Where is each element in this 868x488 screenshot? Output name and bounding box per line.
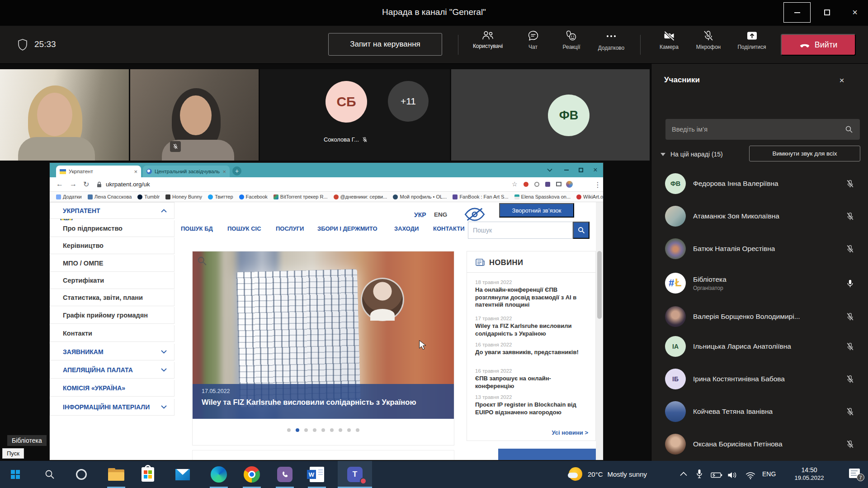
panel-close-button[interactable]: ×	[835, 74, 849, 87]
tab-more[interactable]: Додатково	[590, 30, 632, 51]
weather-widget[interactable]: 20°C Mostly sunny	[568, 466, 647, 482]
tab-close-icon[interactable]: ×	[222, 168, 226, 175]
site-search-input[interactable]	[468, 222, 573, 239]
dot[interactable]	[304, 428, 308, 432]
back-button[interactable]: ←	[56, 180, 63, 188]
news-link[interactable]: Wiley та FIZ Karlsruhe висловили солідар…	[475, 322, 589, 337]
menu-statistics[interactable]: Статистика, звіти, плани	[50, 289, 175, 306]
tray-battery-icon[interactable]	[711, 472, 722, 479]
site-search-button[interactable]	[573, 222, 590, 239]
mail-button[interactable]	[173, 464, 193, 484]
extensions-puzzle-icon[interactable]	[545, 182, 550, 187]
mic-off-icon[interactable]	[845, 342, 855, 351]
participant-search-input[interactable]	[665, 119, 860, 140]
bookmark[interactable]: Мой профиль • OL...	[393, 194, 447, 199]
mute-all-button[interactable]: Вимкнути звук для всіх	[749, 146, 860, 161]
close-button[interactable]: ×	[841, 2, 868, 23]
news-link[interactable]: Проєкт IP register in Blockchain від EUI…	[475, 401, 589, 416]
browser-scrollbar[interactable]	[596, 202, 603, 460]
nav-services[interactable]: ПОСЛУГИ	[276, 225, 304, 232]
browser-menu-icon[interactable]: ⋮	[594, 180, 601, 189]
scrollbar-thumb[interactable]	[597, 251, 602, 319]
tray-volume-icon[interactable]	[727, 471, 738, 479]
menu-appeal-board[interactable]: АПЕЛЯЦІЙНА ПАЛАТА	[50, 362, 175, 379]
dot[interactable]	[313, 428, 316, 432]
dot[interactable]	[356, 428, 359, 432]
menu-applicants[interactable]: ЗАЯВНИКАМ	[50, 344, 175, 360]
menu-info-materials[interactable]: ІНФОРМАЦІЙНІ МАТЕРІАЛИ	[50, 399, 175, 416]
file-explorer-button[interactable]	[106, 464, 126, 484]
dot[interactable]	[339, 428, 342, 432]
video-tile-overflow[interactable]: СБ Соколова Г... +11	[260, 69, 450, 161]
action-center-button[interactable]: 7	[849, 469, 861, 479]
mic-off-icon[interactable]	[845, 312, 855, 322]
bookmark[interactable]: Honey Bunny	[165, 194, 202, 199]
camera-button[interactable]: Камера	[648, 30, 690, 50]
feedback-button[interactable]: Зворотний зв’язок	[499, 203, 574, 218]
bookmark[interactable]: BitTorrent трекер R...	[274, 194, 328, 199]
viber-button[interactable]	[275, 464, 295, 484]
browser-close-button[interactable]: ×	[590, 166, 601, 174]
participant-row[interactable]: ФВ Федорова Інна Валеріївна	[659, 169, 863, 198]
participant-row[interactable]: ІА Ільницька Лариса Анатоліївна	[659, 332, 863, 361]
taskbar-clock[interactable]: 14:50 19.05.2022	[788, 466, 831, 482]
menu-commission[interactable]: КОМІСІЯ «УКРАЇНА»	[50, 380, 175, 397]
browser-maximize-button[interactable]	[575, 166, 587, 174]
tab-users[interactable]: Користувачі	[467, 30, 509, 49]
tray-wifi-icon[interactable]	[745, 472, 756, 479]
dot[interactable]	[287, 428, 291, 432]
chrome-button[interactable]	[242, 464, 262, 484]
bookmark[interactable]: Facebook	[239, 194, 268, 199]
participant-row[interactable]: Валерія Борщенко Володимирі...	[659, 302, 863, 331]
profile-avatar[interactable]	[566, 181, 573, 188]
news-link[interactable]: ЄПВ запрошує на онлайн-конференцію	[475, 375, 589, 390]
participant-row[interactable]: Атаманюк Зоя Миколаївна	[659, 202, 863, 231]
leave-button[interactable]: Вийти	[781, 34, 856, 56]
search-icon[interactable]	[845, 125, 853, 133]
browser-tab-2[interactable]: Центральний засвідчувальний ×	[143, 166, 230, 177]
lang-uk[interactable]: УКР	[414, 211, 426, 218]
nav-search-sis[interactable]: ПОШУК СІС	[227, 225, 261, 232]
browser-minimize-button[interactable]	[561, 166, 572, 174]
extension-icon[interactable]	[524, 182, 528, 187]
mic-off-icon[interactable]	[845, 407, 855, 417]
dot[interactable]	[321, 428, 325, 432]
bookmark[interactable]: Tumblr	[137, 194, 160, 199]
forward-button[interactable]: →	[70, 180, 77, 188]
word-button[interactable]: W	[307, 464, 327, 484]
news-link[interactable]: На онлайн-конференції ЄПВ розглянули дос…	[475, 286, 589, 309]
tray-mic-icon[interactable]	[696, 469, 703, 479]
menu-about[interactable]: Про підприємство	[50, 220, 175, 237]
menu-management[interactable]: Керівництво	[50, 237, 175, 254]
section-collapse-icon[interactable]	[660, 153, 665, 156]
reload-button[interactable]: ↻	[83, 180, 89, 189]
request-control-button[interactable]: Запит на керування	[328, 33, 442, 56]
tab-reactions[interactable]: Реакції	[551, 30, 592, 50]
menu-ukrpatent[interactable]: УКРПАТЕНТ	[50, 202, 175, 219]
video-tile-2[interactable]	[130, 69, 259, 161]
menu-certificates[interactable]: Сертифікати	[50, 272, 175, 289]
tray-chevron-icon[interactable]	[680, 472, 687, 476]
new-tab-button[interactable]: +	[232, 166, 241, 175]
language-indicator[interactable]: ENG	[762, 470, 776, 478]
mic-off-icon[interactable]	[845, 440, 855, 449]
lang-en[interactable]: ENG	[434, 211, 447, 218]
sidebar-icon[interactable]	[556, 182, 561, 186]
mic-on-icon[interactable]	[845, 279, 855, 288]
dot[interactable]	[330, 428, 334, 432]
taskbar-search-button[interactable]	[40, 464, 60, 484]
microphone-button[interactable]: Мікрофон	[688, 30, 729, 50]
bookmark-star-icon[interactable]: ☆	[512, 180, 518, 188]
participant-row[interactable]: Батюк Наталія Орестівна	[659, 234, 863, 263]
start-button[interactable]	[5, 464, 25, 484]
edge-button[interactable]	[209, 464, 229, 484]
bookmark[interactable]: FanBook : Fan Art S...	[453, 194, 508, 199]
dot-active[interactable]	[296, 428, 299, 432]
bookmark-apps[interactable]: Додатки	[56, 194, 82, 199]
tab-close-icon[interactable]: ×	[134, 168, 137, 175]
bookmark[interactable]: Твиттер	[208, 194, 233, 199]
maximize-button[interactable]	[813, 2, 840, 23]
bookmark[interactable]: Лена Спасскова	[88, 194, 132, 199]
zoom-icon[interactable]	[197, 256, 207, 266]
video-tile-1[interactable]	[0, 69, 129, 161]
